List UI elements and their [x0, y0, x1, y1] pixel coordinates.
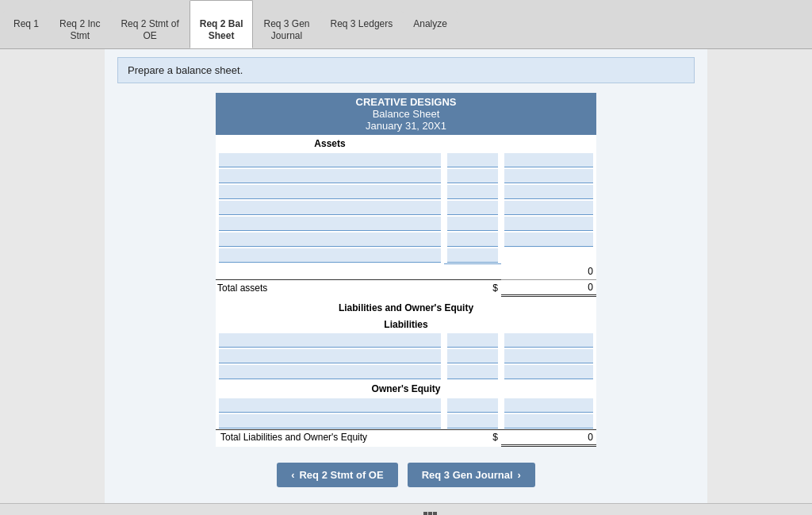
- asset-name-4[interactable]: [219, 201, 441, 215]
- prev-chevron-icon: ‹: [291, 469, 294, 481]
- next-button[interactable]: Req 3 Gen Journal ›: [408, 463, 535, 487]
- asset-mid-2[interactable]: [447, 169, 498, 183]
- asset-subtotal-value: 0: [501, 264, 596, 280]
- tab-req3led[interactable]: Req 3 Ledgers: [320, 11, 404, 38]
- liab-name-3[interactable]: [219, 365, 441, 379]
- tab-req2bal[interactable]: Req 2 Bal Sheet: [190, 0, 254, 48]
- total-assets-dollar: $: [444, 280, 501, 296]
- total-assets-row: Total assets $ 0: [216, 280, 596, 296]
- total-assets-label: Total assets: [216, 280, 444, 296]
- tab-req2stmt[interactable]: Req 2 Stmt of OE: [110, 0, 189, 48]
- next-chevron-icon: ›: [518, 469, 521, 481]
- liab-mid-3[interactable]: [447, 365, 498, 379]
- asset-row-5: [216, 216, 596, 232]
- liab-row-2: [216, 348, 596, 364]
- asset-row-4: [216, 200, 596, 216]
- oe-header-row: Owner's Equity: [216, 380, 596, 398]
- asset-row-3: [216, 184, 596, 200]
- assets-header-row: Assets: [216, 135, 596, 152]
- company-name: CREATIVE DESIGNS: [216, 96, 596, 108]
- total-liab-oe-label: Total Liabilities and Owner's Equity: [216, 429, 444, 445]
- bs-header: CREATIVE DESIGNS Balance Sheet January 3…: [216, 93, 596, 135]
- grid-view-icon[interactable]: [423, 512, 437, 515]
- asset-name-2[interactable]: [219, 169, 441, 183]
- liab-amt-1[interactable]: [504, 333, 593, 348]
- tab-req3gen[interactable]: Req 3 Gen Journal: [253, 0, 320, 48]
- main-content: Prepare a balance sheet. CREATIVE DESIGN…: [105, 49, 707, 503]
- total-liab-oe-value: 0: [501, 429, 596, 445]
- asset-row-1: [216, 152, 596, 168]
- liab-oe-label: Liabilities and Owner's Equity: [216, 299, 596, 317]
- prev-button[interactable]: ‹ Req 2 Stmt of OE: [277, 463, 398, 487]
- asset-amt-3[interactable]: [504, 185, 593, 199]
- liabilities-label: Liabilities: [216, 317, 596, 332]
- oe-label: Owner's Equity: [216, 380, 596, 398]
- asset-row-2: [216, 168, 596, 184]
- nav-buttons: ‹ Req 2 Stmt of OE Req 3 Gen Journal ›: [117, 463, 695, 487]
- oe-row-1: [216, 398, 596, 413]
- oe-mid-2[interactable]: [447, 414, 498, 429]
- oe-mid-1[interactable]: [447, 398, 498, 413]
- asset-mid-4[interactable]: [447, 201, 498, 215]
- oe-row-2: [216, 413, 596, 430]
- report-date: January 31, 20X1: [216, 120, 596, 132]
- asset-amt-4[interactable]: [504, 201, 593, 215]
- liab-amt-2[interactable]: [504, 349, 593, 363]
- tab-bar: Req 1 Req 2 Inc Stmt Req 2 Stmt of OE Re…: [0, 0, 812, 49]
- asset-mid-5[interactable]: [447, 217, 498, 231]
- oe-amt-1[interactable]: [504, 398, 593, 413]
- tab-req1[interactable]: Req 1: [3, 11, 49, 38]
- liab-oe-header-row: Liabilities and Owner's Equity: [216, 299, 596, 317]
- asset-amt-6[interactable]: [504, 233, 593, 247]
- asset-amt-5[interactable]: [504, 217, 593, 231]
- asset-name-1[interactable]: [219, 153, 441, 167]
- tab-req2inc[interactable]: Req 2 Inc Stmt: [49, 0, 110, 48]
- total-liab-dollar: $: [444, 429, 501, 445]
- asset-name-3[interactable]: [219, 185, 441, 199]
- asset-name-6[interactable]: [219, 233, 441, 247]
- liabilities-header-row: Liabilities: [216, 317, 596, 332]
- pagination-bar: ‹ Prev 6 of 6 Next ›: [0, 503, 812, 515]
- asset-mid-1[interactable]: [447, 153, 498, 167]
- asset-name-5[interactable]: [219, 217, 441, 231]
- asset-amt-2[interactable]: [504, 169, 593, 183]
- total-liab-oe-row: Total Liabilities and Owner's Equity $ 0: [216, 429, 596, 445]
- report-title: Balance Sheet: [216, 108, 596, 120]
- liab-name-1[interactable]: [219, 333, 441, 348]
- liab-amt-3[interactable]: [504, 365, 593, 379]
- oe-amt-2[interactable]: [504, 414, 593, 429]
- oe-name-1[interactable]: [219, 398, 441, 413]
- asset-mid-7[interactable]: [447, 248, 498, 263]
- asset-amt-1[interactable]: [504, 153, 593, 167]
- oe-name-2[interactable]: [219, 414, 441, 429]
- asset-row-7: [216, 248, 596, 264]
- asset-subtotal-row: 0: [216, 264, 596, 280]
- bs-table: Assets: [216, 135, 596, 447]
- instruction-bar: Prepare a balance sheet.: [117, 57, 695, 83]
- asset-name-7[interactable]: [219, 248, 441, 263]
- liab-row-1: [216, 332, 596, 348]
- balance-sheet: CREATIVE DESIGNS Balance Sheet January 3…: [216, 93, 596, 447]
- liab-mid-2[interactable]: [447, 349, 498, 363]
- liab-name-2[interactable]: [219, 349, 441, 363]
- liab-mid-1[interactable]: [447, 333, 498, 348]
- asset-mid-6[interactable]: [447, 233, 498, 247]
- total-assets-value: 0: [501, 280, 596, 296]
- tab-analyze[interactable]: Analyze: [403, 11, 458, 38]
- liab-row-3: [216, 364, 596, 380]
- assets-label: Assets: [216, 135, 444, 152]
- asset-mid-3[interactable]: [447, 185, 498, 199]
- asset-row-6: [216, 232, 596, 248]
